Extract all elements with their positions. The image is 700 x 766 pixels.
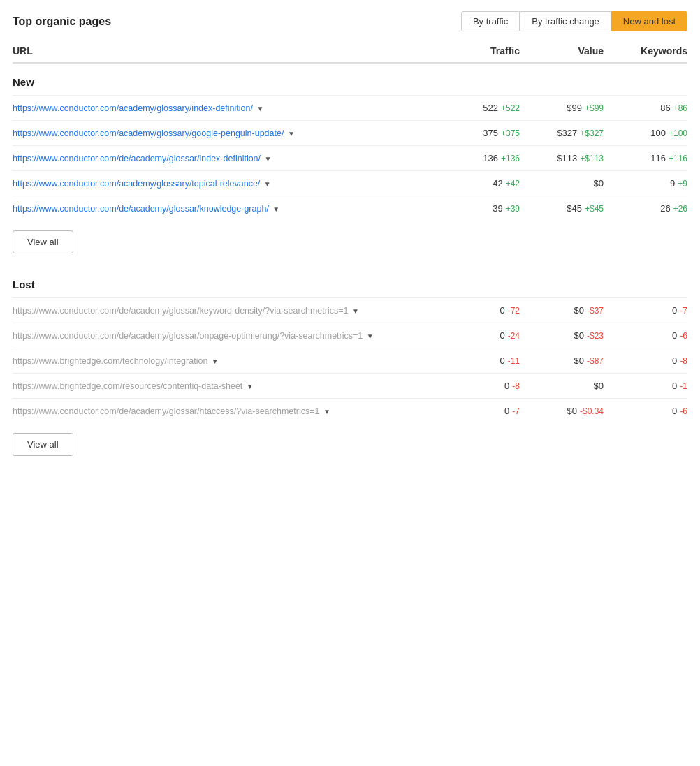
- dropdown-arrow-icon[interactable]: ▼: [256, 105, 263, 112]
- traffic-change: +136: [501, 154, 520, 163]
- value-main: $327: [557, 128, 577, 138]
- column-headers: URL Traffic Value Keywords: [13, 45, 687, 64]
- table-row: https://www.conductor.com/de/academy/glo…: [13, 297, 687, 323]
- traffic-main: 0: [500, 305, 504, 316]
- table-row: https://www.conductor.com/de/academy/glo…: [13, 145, 687, 170]
- keywords-change: -8: [680, 356, 687, 366]
- keywords-main: 0: [672, 381, 677, 391]
- keywords-main: 0: [672, 355, 677, 366]
- page-header: Top organic pages By traffic By traffic …: [13, 11, 687, 31]
- traffic-main: 0: [504, 406, 509, 416]
- url-cell[interactable]: https://www.conductor.com/de/academy/glo…: [13, 306, 436, 316]
- dropdown-arrow-icon[interactable]: ▼: [212, 358, 219, 365]
- table-row: https://www.conductor.com/academy/glossa…: [13, 95, 687, 120]
- dropdown-arrow-icon[interactable]: ▼: [352, 307, 359, 315]
- value-cell: $0: [520, 381, 604, 391]
- keywords-main: 0: [672, 330, 677, 341]
- value-change: -$23: [587, 331, 604, 341]
- value-main: $113: [557, 153, 577, 163]
- keywords-cell: 0-1: [604, 381, 687, 391]
- value-change: +$99: [585, 103, 604, 113]
- url-cell[interactable]: https://www.brightedge.com/technology/in…: [13, 356, 436, 366]
- tab-by-traffic[interactable]: By traffic: [461, 11, 520, 31]
- lost-section-label: Lost: [13, 279, 687, 290]
- keywords-main: 0: [672, 305, 677, 316]
- keywords-main: 9: [670, 178, 675, 189]
- url-cell[interactable]: https://www.conductor.com/de/academy/glo…: [13, 154, 436, 163]
- value-main: $0: [574, 305, 584, 316]
- value-main: $99: [567, 103, 582, 113]
- table-row: https://www.conductor.com/de/academy/glo…: [13, 323, 687, 348]
- keywords-cell: 26+26: [604, 203, 687, 214]
- keywords-cell: 0-6: [604, 406, 687, 416]
- keywords-change: -6: [680, 406, 687, 416]
- value-main: $0: [567, 406, 577, 416]
- traffic-cell: 39+39: [436, 203, 520, 214]
- url-cell[interactable]: https://www.brightedge.com/resources/con…: [13, 381, 436, 391]
- traffic-cell: 136+136: [436, 153, 520, 163]
- dropdown-arrow-icon[interactable]: ▼: [288, 130, 295, 138]
- traffic-change: +522: [501, 103, 520, 113]
- keywords-main: 116: [650, 153, 666, 163]
- value-main: $0: [594, 381, 604, 391]
- traffic-change: -7: [512, 406, 520, 416]
- tab-new-and-lost[interactable]: New and lost: [611, 11, 687, 31]
- view-all-lost-button[interactable]: View all: [13, 433, 73, 456]
- value-main: $0: [574, 330, 584, 341]
- url-cell[interactable]: https://www.conductor.com/academy/glossa…: [13, 128, 436, 138]
- value-change: +$327: [580, 128, 604, 138]
- url-cell[interactable]: https://www.conductor.com/de/academy/glo…: [13, 204, 436, 214]
- dropdown-arrow-icon[interactable]: ▼: [265, 155, 272, 163]
- table-row: https://www.conductor.com/academy/glossa…: [13, 170, 687, 196]
- value-main: $45: [567, 203, 582, 214]
- traffic-main: 0: [500, 355, 504, 366]
- page-title: Top organic pages: [13, 15, 111, 28]
- new-rows-container: https://www.conductor.com/academy/glossa…: [13, 95, 687, 221]
- lost-rows-container: https://www.conductor.com/de/academy/glo…: [13, 297, 687, 423]
- keywords-cell: 86+86: [604, 103, 687, 113]
- traffic-cell: 0-11: [436, 355, 520, 366]
- traffic-main: 522: [483, 103, 498, 113]
- keywords-cell: 0-7: [604, 305, 687, 316]
- dropdown-arrow-icon[interactable]: ▼: [272, 205, 279, 213]
- value-main: $0: [574, 355, 584, 366]
- keywords-change: +116: [669, 154, 687, 163]
- dropdown-arrow-icon[interactable]: ▼: [323, 408, 330, 415]
- traffic-cell: 522+522: [436, 103, 520, 113]
- traffic-change: +39: [506, 204, 520, 214]
- value-cell: $45+$45: [520, 203, 604, 214]
- value-cell: $0-$0.34: [520, 406, 604, 416]
- keywords-main: 86: [660, 103, 670, 113]
- dropdown-arrow-icon[interactable]: ▼: [367, 332, 374, 340]
- keywords-main: 0: [672, 406, 677, 416]
- traffic-change: -11: [508, 356, 520, 366]
- value-change: +$113: [580, 154, 604, 163]
- traffic-change: -24: [508, 331, 520, 341]
- value-cell: $99+$99: [520, 103, 604, 113]
- dropdown-arrow-icon[interactable]: ▼: [247, 383, 254, 390]
- table-row: https://www.conductor.com/de/academy/glo…: [13, 398, 687, 423]
- keywords-cell: 116+116: [604, 153, 687, 163]
- col-traffic: Traffic: [436, 45, 520, 57]
- value-cell: $0-$23: [520, 330, 604, 341]
- tab-group: By traffic By traffic change New and los…: [461, 11, 687, 31]
- keywords-change: -7: [680, 306, 687, 316]
- url-cell[interactable]: https://www.conductor.com/de/academy/glo…: [13, 406, 436, 416]
- value-change: +$45: [585, 204, 604, 214]
- keywords-change: +100: [669, 128, 687, 138]
- value-main: $0: [594, 178, 604, 189]
- traffic-change: -8: [512, 381, 520, 391]
- view-all-new-button[interactable]: View all: [13, 230, 73, 253]
- traffic-main: 136: [483, 153, 498, 163]
- value-cell: $327+$327: [520, 128, 604, 138]
- traffic-cell: 0-8: [436, 381, 520, 391]
- tab-by-traffic-change[interactable]: By traffic change: [520, 11, 611, 31]
- url-cell[interactable]: https://www.conductor.com/academy/glossa…: [13, 103, 436, 113]
- keywords-change: +9: [678, 179, 687, 189]
- url-cell[interactable]: https://www.conductor.com/de/academy/glo…: [13, 331, 436, 341]
- value-change: -$0.34: [580, 406, 604, 416]
- keywords-cell: 100+100: [604, 128, 687, 138]
- dropdown-arrow-icon[interactable]: ▼: [264, 180, 271, 188]
- traffic-main: 42: [493, 178, 502, 189]
- url-cell[interactable]: https://www.conductor.com/academy/glossa…: [13, 179, 436, 189]
